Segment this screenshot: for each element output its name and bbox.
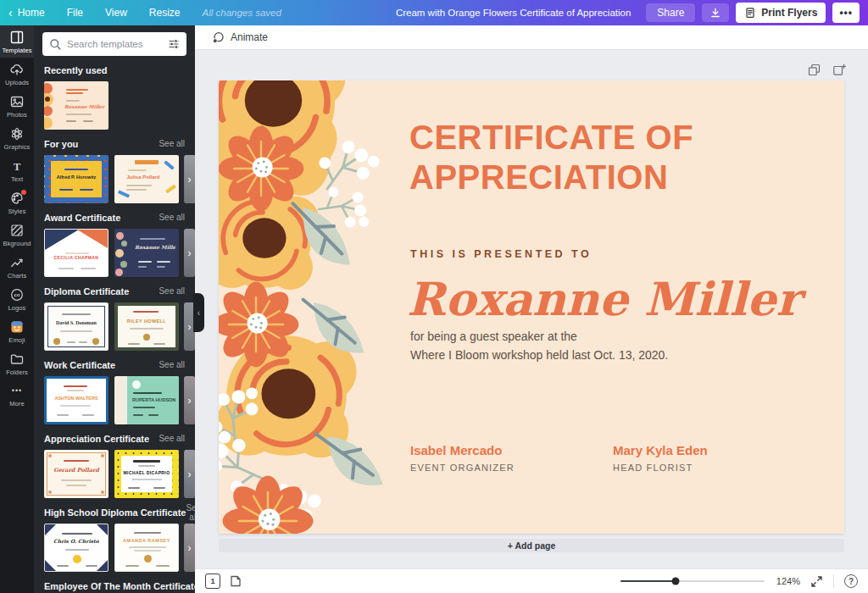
animate-button[interactable]: Animate bbox=[207, 28, 273, 47]
share-button[interactable]: Share bbox=[646, 3, 695, 22]
fullscreen-button[interactable] bbox=[810, 575, 823, 588]
emoji-icon bbox=[9, 319, 25, 335]
section-title: For you bbox=[44, 139, 78, 149]
template-thumb[interactable]: Chris O. Christoferson bbox=[44, 524, 108, 572]
photos-icon bbox=[9, 94, 25, 109]
status-bar: 1 124% ? bbox=[195, 568, 868, 593]
download-button[interactable] bbox=[702, 3, 729, 22]
sidebar-item-emoji[interactable]: Emoji bbox=[0, 315, 34, 347]
floral-border-graphic bbox=[219, 80, 398, 534]
duplicate-page-button[interactable] bbox=[808, 64, 821, 76]
certificate-recipient-name[interactable]: Roxanne Miller bbox=[407, 272, 800, 326]
filter-icon[interactable] bbox=[168, 38, 180, 50]
see-all-link[interactable]: See all bbox=[159, 360, 185, 369]
template-thumb[interactable]: RUPERTA HUDSON bbox=[114, 376, 179, 424]
svg-text:co: co bbox=[14, 292, 19, 297]
scroll-right-button[interactable]: › bbox=[184, 524, 195, 572]
sidebar-item-folders[interactable]: Folders bbox=[0, 347, 34, 380]
scroll-right-button[interactable]: › bbox=[184, 229, 195, 277]
sidebar-item-styles[interactable]: Styles bbox=[0, 186, 34, 219]
template-thumb-cream-floral[interactable]: Roxanne Miller bbox=[44, 81, 108, 130]
scroll-right-button[interactable]: › bbox=[184, 376, 195, 424]
scroll-right-button[interactable]: › bbox=[184, 155, 195, 203]
section-title: Appreciation Certificate bbox=[44, 434, 149, 444]
section-title: Award Certificate bbox=[44, 213, 120, 223]
notes-button[interactable] bbox=[229, 574, 242, 588]
add-page-icon bbox=[832, 64, 846, 76]
templates-panel: Recently used Roxanne Miller For youSee … bbox=[34, 25, 195, 593]
uploads-icon bbox=[9, 62, 25, 77]
section-title: High School Diploma Certificate bbox=[44, 507, 186, 518]
template-row: ASHTON WALTERS RUPERTA HUDSON › bbox=[34, 376, 195, 424]
template-thumb[interactable]: ASHTON WALTERS bbox=[44, 376, 108, 424]
sidebar-item-text[interactable]: T Text bbox=[0, 154, 34, 186]
certificate-title[interactable]: CERTIFICATE OF APPRECIATION bbox=[409, 118, 740, 197]
panel-collapse-handle[interactable]: ‹ bbox=[193, 293, 204, 332]
template-thumb[interactable]: David S. Doneman bbox=[44, 302, 108, 351]
section-title: Diploma Certificate bbox=[44, 286, 129, 296]
template-thumb[interactable]: AMANDA RAMSEY bbox=[114, 524, 179, 572]
print-button[interactable]: Print Flyers bbox=[736, 3, 826, 23]
certificate-body-text[interactable]: for being a guest speaker at the Where I… bbox=[410, 328, 668, 364]
side-rail: Templates Uploads Photos Graphics T Text… bbox=[0, 25, 34, 593]
search-input[interactable] bbox=[67, 39, 163, 49]
template-thumb[interactable]: Julisa Pollard bbox=[114, 155, 179, 203]
graphics-icon bbox=[9, 126, 25, 141]
certificate-presented-label[interactable]: THIS IS PRESENTED TO bbox=[410, 248, 592, 260]
home-button[interactable]: ‹Home bbox=[8, 7, 45, 19]
sidebar-item-templates[interactable]: Templates bbox=[0, 25, 34, 58]
zoom-slider-knob[interactable] bbox=[671, 578, 679, 585]
sidebar-item-more[interactable]: ••• More bbox=[0, 380, 34, 411]
workspace: CERTIFICATE OF APPRECIATION THIS IS PRES… bbox=[195, 50, 868, 568]
template-thumb[interactable]: RILEY HOWELL bbox=[114, 302, 179, 351]
template-thumb[interactable]: Alfred P. Horowitz bbox=[44, 155, 108, 203]
signature-block-2[interactable]: Mary Kyla Eden HEAD FLORIST bbox=[613, 443, 708, 473]
template-row: Chris O. Christoferson AMANDA RAMSEY › bbox=[34, 524, 195, 572]
section-title: Work Certificate bbox=[44, 360, 115, 370]
canvas-area: Animate bbox=[195, 25, 868, 593]
template-thumb[interactable]: Roxanne Miller bbox=[114, 229, 179, 277]
help-button[interactable]: ? bbox=[844, 574, 858, 588]
back-chevron-icon: ‹ bbox=[8, 7, 13, 19]
see-all-link[interactable]: See all bbox=[159, 286, 185, 296]
page-1-button[interactable]: 1 bbox=[205, 574, 220, 589]
document-title[interactable]: Cream with Orange Flowers Certificate of… bbox=[396, 8, 631, 18]
sidebar-item-logos[interactable]: co Logos bbox=[0, 283, 34, 315]
see-all-link[interactable]: See all bbox=[159, 139, 185, 148]
more-options-button[interactable]: ••• bbox=[832, 3, 860, 23]
print-icon bbox=[744, 7, 756, 19]
notes-icon bbox=[229, 574, 242, 588]
signature-block-1[interactable]: Isabel Mercado EVENT ORGANIZER bbox=[410, 443, 515, 473]
see-all-link[interactable]: See all bbox=[159, 434, 185, 443]
sidebar-item-charts[interactable]: Charts bbox=[0, 251, 34, 283]
template-thumb[interactable]: Gerard Pollard bbox=[44, 450, 108, 498]
sidebar-item-uploads[interactable]: Uploads bbox=[0, 58, 34, 90]
context-toolbar: Animate bbox=[195, 25, 868, 50]
view-menu[interactable]: View bbox=[105, 7, 127, 19]
file-menu[interactable]: File bbox=[67, 7, 83, 19]
template-thumb[interactable]: CECILIA CHAPMAN bbox=[44, 229, 108, 277]
resize-menu[interactable]: Resize bbox=[149, 7, 181, 19]
recently-used-row: Roxanne Miller bbox=[34, 81, 195, 130]
section-title-recently-used: Recently used bbox=[44, 65, 108, 75]
add-page-button[interactable]: + Add page bbox=[219, 539, 844, 552]
text-icon: T bbox=[9, 158, 25, 174]
sidebar-item-photos[interactable]: Photos bbox=[0, 90, 34, 122]
certificate-page[interactable]: CERTIFICATE OF APPRECIATION THIS IS PRES… bbox=[219, 80, 844, 534]
zoom-slider[interactable] bbox=[620, 575, 765, 587]
scroll-right-button[interactable]: › bbox=[184, 450, 195, 498]
folders-icon bbox=[9, 352, 25, 367]
templates-icon bbox=[9, 30, 25, 45]
styles-new-badge bbox=[21, 190, 26, 195]
template-row: CECILIA CHAPMAN Roxanne Miller › bbox=[34, 229, 195, 277]
see-all-link[interactable]: See all bbox=[159, 213, 185, 222]
sidebar-item-background[interactable]: Bkground bbox=[0, 219, 34, 251]
template-thumb[interactable]: MICHAEL DICAPRIO bbox=[114, 450, 179, 498]
sidebar-item-graphics[interactable]: Graphics bbox=[0, 122, 34, 154]
add-page-icon-button[interactable] bbox=[832, 64, 846, 76]
see-all-link[interactable]: See all bbox=[186, 503, 195, 522]
search-icon bbox=[49, 38, 62, 51]
duplicate-icon bbox=[808, 64, 821, 76]
template-row: Alfred P. Horowitz Julisa Pollard › bbox=[34, 155, 195, 203]
charts-icon bbox=[9, 255, 25, 270]
